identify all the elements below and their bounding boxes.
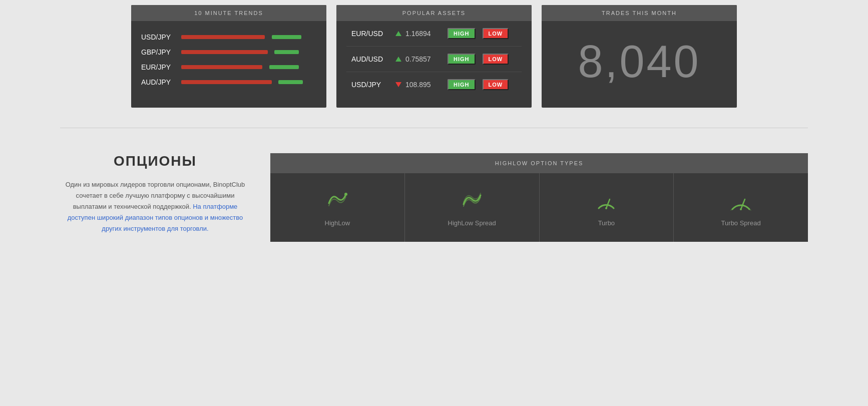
turbo-icon	[545, 188, 669, 213]
trends-body: USD/JPY GBP/JPY EUR/JPY	[131, 21, 326, 103]
highlow-spread-icon	[410, 188, 534, 213]
asset-name-eurusd: EUR/USD	[351, 30, 391, 38]
option-label-highlow-spread: HighLow Spread	[410, 219, 534, 227]
trend-row-eurjpy: EUR/JPY	[141, 63, 316, 71]
asset-price-usdjpy: 108.895	[405, 81, 441, 89]
option-label-turbo-spread: Turbo Spread	[679, 219, 803, 227]
option-label-turbo: Turbo	[545, 219, 669, 227]
arrow-down-usdjpy	[395, 82, 401, 87]
badge-low-eurusd[interactable]: LOW	[483, 28, 509, 39]
section-divider	[60, 128, 808, 128]
asset-row-audusd: AUD/USD 0.75857 HIGH LOW	[346, 47, 522, 72]
svg-point-2	[605, 207, 607, 209]
badge-low-audusd[interactable]: LOW	[483, 54, 509, 65]
highlow-icon	[275, 188, 399, 213]
svg-line-3	[741, 199, 745, 209]
section-desc: Один из мировых лидеров торговли опциона…	[60, 179, 250, 234]
trend-bar-green-usdjpy	[272, 35, 301, 39]
asset-name-usdjpy: USD/JPY	[351, 81, 391, 89]
trend-bar-green-audjpy	[278, 80, 303, 84]
badge-high-usdjpy[interactable]: HIGH	[448, 79, 476, 90]
trades-header: TRADES THIS MONTH	[542, 5, 737, 21]
asset-name-audusd: AUD/USD	[351, 55, 391, 63]
section-title: ОПЦИОНЫ	[60, 153, 250, 169]
trend-label-gbpjpy: GBP/JPY	[141, 48, 176, 56]
trend-bar-red-usdjpy	[181, 35, 265, 39]
trend-row-audjpy: AUD/JPY	[141, 78, 316, 86]
trends-panel: 10 MINUTE TRENDS USD/JPY GBP/JPY EUR/JPY	[131, 5, 326, 108]
assets-panel: POPULAR ASSETS EUR/USD 1.16894 HIGH LOW …	[336, 5, 532, 108]
left-text-area: ОПЦИОНЫ Один из мировых лидеров торговли…	[60, 153, 250, 242]
asset-price-eurusd: 1.16894	[405, 30, 441, 38]
assets-header: POPULAR ASSETS	[336, 5, 532, 21]
arrow-up-eurusd	[395, 31, 401, 36]
trades-panel: TRADES THIS MONTH 8,040	[542, 5, 737, 108]
trends-header: 10 MINUTE TRENDS	[131, 5, 326, 21]
trades-number: 8,040	[552, 26, 727, 98]
top-section: 10 MINUTE TRENDS USD/JPY GBP/JPY EUR/JPY	[0, 0, 868, 113]
assets-body: EUR/USD 1.16894 HIGH LOW AUD/USD 0.75857…	[336, 21, 532, 97]
trend-bar-usdjpy	[181, 35, 316, 39]
options-panel: HIGHLOW OPTION TYPES HighLow	[270, 153, 808, 242]
options-header: HIGHLOW OPTION TYPES	[270, 153, 808, 173]
option-label-highlow: HighLow	[275, 219, 399, 227]
asset-row-usdjpy: USD/JPY 108.895 HIGH LOW	[346, 72, 522, 97]
trend-bar-green-gbpjpy	[274, 50, 299, 54]
svg-point-4	[740, 208, 742, 210]
trend-bar-eurjpy	[181, 65, 316, 69]
trend-label-usdjpy: USD/JPY	[141, 33, 176, 41]
asset-row-eurusd: EUR/USD 1.16894 HIGH LOW	[346, 21, 522, 47]
trend-row-usdjpy: USD/JPY	[141, 33, 316, 41]
option-item-turbo-spread[interactable]: Turbo Spread	[674, 173, 808, 242]
badge-low-usdjpy[interactable]: LOW	[483, 79, 509, 90]
trend-bar-audjpy	[181, 80, 316, 84]
badge-high-audusd[interactable]: HIGH	[448, 54, 476, 65]
option-item-highlow-spread[interactable]: HighLow Spread	[405, 173, 540, 242]
option-item-turbo[interactable]: Turbo	[540, 173, 674, 242]
svg-point-0	[344, 193, 347, 196]
trend-label-eurjpy: EUR/JPY	[141, 63, 176, 71]
bottom-section: ОПЦИОНЫ Один из мировых лидеров торговли…	[0, 143, 868, 252]
trend-label-audjpy: AUD/JPY	[141, 78, 176, 86]
trend-bar-red-audjpy	[181, 80, 272, 84]
badge-high-eurusd[interactable]: HIGH	[448, 28, 476, 39]
turbo-spread-icon	[679, 188, 803, 213]
svg-line-1	[606, 199, 610, 208]
option-item-highlow[interactable]: HighLow	[270, 173, 405, 242]
asset-price-audusd: 0.75857	[405, 55, 441, 63]
trend-row-gbpjpy: GBP/JPY	[141, 48, 316, 56]
trend-bar-red-gbpjpy	[181, 50, 268, 54]
options-grid: HighLow HighLow Spread	[270, 173, 808, 242]
arrow-up-audusd	[395, 57, 401, 62]
trend-bar-gbpjpy	[181, 50, 316, 54]
trend-bar-red-eurjpy	[181, 65, 262, 69]
trades-body: 8,040	[542, 21, 737, 108]
trend-bar-green-eurjpy	[269, 65, 299, 69]
